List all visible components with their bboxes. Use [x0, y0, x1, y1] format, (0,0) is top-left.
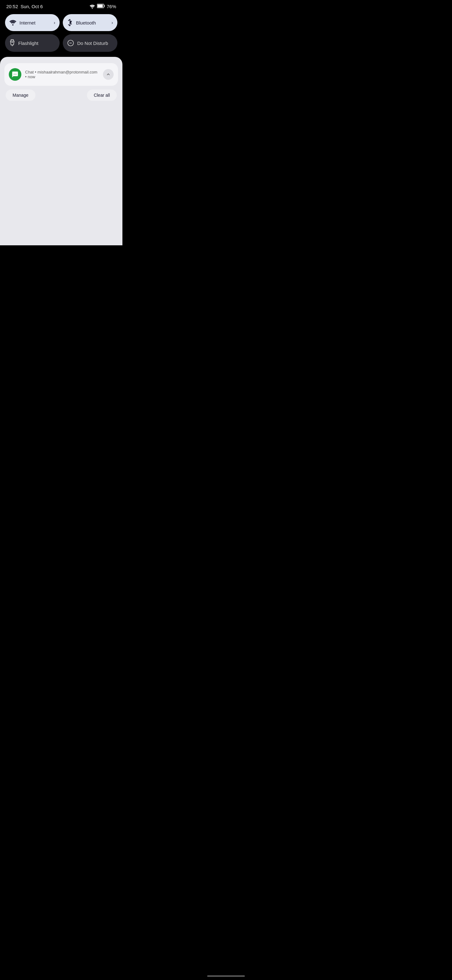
- bluetooth-arrow-icon: ›: [111, 20, 113, 25]
- flashlight-tile[interactable]: Flashlight: [5, 34, 60, 52]
- notification-actions: Manage Clear all: [5, 89, 118, 101]
- notification-title: Chat • mishaalrahman@protonmail.com • no…: [25, 70, 99, 79]
- status-bar: 20:52 Sun, Oct 6 76%: [0, 0, 122, 12]
- manage-button[interactable]: Manage: [6, 89, 35, 101]
- notification-area: Chat • mishaalrahman@protonmail.com • no…: [0, 57, 122, 245]
- svg-rect-2: [97, 5, 103, 8]
- dnd-icon: [67, 40, 74, 46]
- dnd-label: Do Not Disturb: [77, 41, 113, 46]
- svg-point-0: [92, 8, 93, 9]
- battery-percent: 76%: [107, 4, 116, 9]
- notification-content: Chat • mishaalrahman@protonmail.com • no…: [25, 70, 99, 79]
- notif-separator-2: •: [25, 75, 28, 79]
- notification-card: Chat • mishaalrahman@protonmail.com • no…: [5, 63, 118, 86]
- svg-point-12: [16, 74, 17, 75]
- chat-icon: [12, 71, 19, 78]
- internet-arrow-icon: ›: [54, 20, 55, 25]
- svg-point-10: [14, 74, 14, 75]
- wifi-icon: [10, 20, 16, 25]
- notification-expand-button[interactable]: [103, 69, 114, 80]
- status-time-date: 20:52 Sun, Oct 6: [6, 4, 43, 9]
- internet-tile[interactable]: Internet ›: [5, 14, 60, 31]
- flashlight-icon: [10, 39, 15, 47]
- battery-icon: [97, 4, 105, 9]
- status-time: 20:52: [6, 4, 18, 9]
- bluetooth-tile[interactable]: Bluetooth ›: [63, 14, 117, 31]
- wifi-status-icon: [89, 5, 95, 9]
- clear-all-button[interactable]: Clear all: [87, 89, 117, 101]
- internet-label: Internet: [19, 20, 51, 25]
- chevron-up-icon: [106, 72, 111, 77]
- status-indicators: 76%: [89, 4, 116, 9]
- notification-app-icon: [9, 68, 21, 81]
- bluetooth-label: Bluetooth: [76, 20, 108, 25]
- bluetooth-icon: [67, 19, 73, 26]
- qs-row-1: Internet › Bluetooth ›: [5, 14, 117, 31]
- flashlight-label: Flashlight: [18, 41, 55, 46]
- svg-point-11: [15, 74, 15, 75]
- notif-app-name: Chat: [25, 70, 33, 75]
- quick-settings-panel: Internet › Bluetooth ›: [0, 12, 122, 57]
- svg-rect-3: [104, 5, 105, 7]
- qs-row-2: Flashlight Do Not Disturb: [5, 34, 117, 52]
- notif-email: mishaalrahman@protonmail.com: [37, 70, 97, 75]
- do-not-disturb-tile[interactable]: Do Not Disturb: [63, 34, 117, 52]
- svg-point-4: [12, 24, 14, 25]
- status-date: Sun, Oct 6: [21, 4, 43, 9]
- notif-time: now: [28, 75, 35, 79]
- battery-svg: [97, 4, 105, 8]
